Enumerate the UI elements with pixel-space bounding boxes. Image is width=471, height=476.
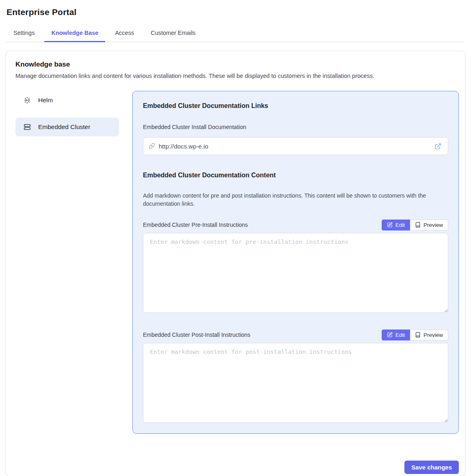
link-icon [149,143,155,149]
install-doc-label: Embedded Cluster Install Documentation [143,124,448,130]
svg-text:HELM: HELM [25,99,30,101]
nav-item-helm[interactable]: HELM Helm [15,91,119,110]
tab-bar: Settings Knowledge Base Access Customer … [6,25,465,42]
page-title: Enterprise Portal [6,7,465,17]
helm-logo-icon: HELM [24,97,31,104]
book-icon [415,222,421,228]
pre-install-preview-button[interactable]: Preview [410,220,448,230]
content-section-title: Embedded Cluster Documentation Content [143,172,448,179]
post-install-label: Embedded Cluster Post-Install Instructio… [143,332,251,338]
card-title: Knowledge base [15,60,459,69]
install-doc-input[interactable] [159,143,430,150]
pre-install-toolbar: Edit Preview [382,220,448,230]
save-changes-button[interactable]: Save changes [404,461,459,474]
app-header: Enterprise Portal [0,0,471,17]
embedded-cluster-panel: Embedded Cluster Documentation Links Emb… [132,91,459,434]
nav-item-embedded-cluster[interactable]: Embedded Cluster [15,118,119,136]
install-method-nav: HELM Helm Embedded Cluster [15,91,119,136]
tab-customer-emails[interactable]: Customer Emails [144,25,202,42]
content-section-description: Add markdown content for pre and post in… [143,192,448,208]
pre-install-edit-button[interactable]: Edit [382,220,410,230]
card-description: Manage documentation links and content f… [15,73,459,79]
edit-button-label: Edit [395,222,405,228]
pre-install-toolbar-row: Embedded Cluster Pre-Install Instruction… [143,220,448,230]
edit-button-label: Edit [395,332,405,338]
tab-knowledge-base[interactable]: Knowledge Base [44,25,105,42]
tab-access[interactable]: Access [108,25,141,42]
post-install-textarea[interactable] [143,343,448,423]
tab-settings[interactable]: Settings [6,25,41,42]
nav-item-label: Helm [38,97,53,104]
external-link-icon [434,143,441,150]
links-section-title: Embedded Cluster Documentation Links [143,102,448,110]
install-doc-input-group [143,137,448,155]
main-row: HELM Helm Embedded Cluster Embedded Clus… [15,91,459,434]
post-install-preview-button[interactable]: Preview [410,330,448,340]
edit-icon [387,332,393,338]
edit-icon [387,222,393,228]
pre-install-textarea[interactable] [143,233,448,313]
preview-button-label: Preview [423,222,443,228]
preview-button-label: Preview [423,332,443,338]
footer-row: Save changes [15,461,459,474]
post-install-edit-button[interactable]: Edit [382,330,410,340]
book-icon [415,332,421,338]
open-link-button[interactable] [434,142,442,151]
pre-install-label: Embedded Cluster Pre-Install Instruction… [143,222,248,228]
knowledge-base-card: Knowledge base Manage documentation link… [6,51,465,476]
server-icon [24,123,31,131]
post-install-toolbar: Edit Preview [382,330,448,340]
nav-item-label: Embedded Cluster [38,123,90,131]
post-install-toolbar-row: Embedded Cluster Post-Install Instructio… [143,330,448,340]
